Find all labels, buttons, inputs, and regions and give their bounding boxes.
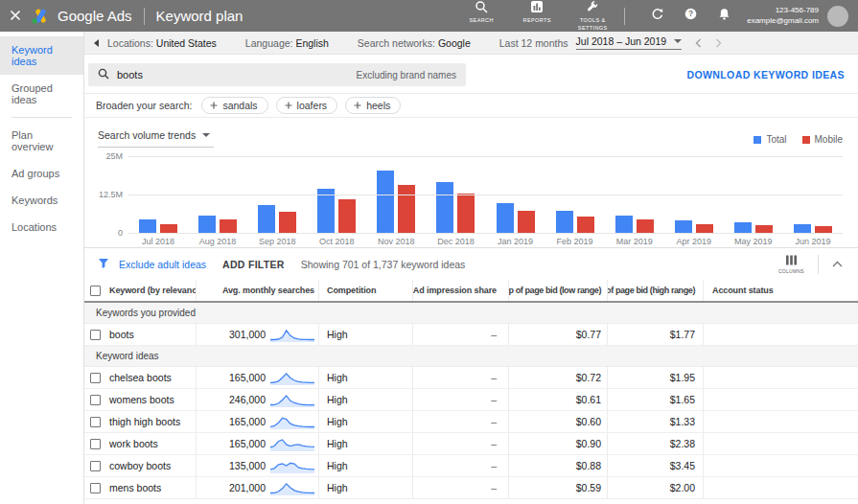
cell-avg-monthly-searches: 246,000 — [196, 389, 318, 410]
sidebar-item-ad-groups[interactable]: Ad groups — [0, 160, 83, 187]
row-checkbox[interactable] — [90, 439, 101, 449]
trend-sparkline — [270, 327, 314, 342]
cell-keyword: boots — [84, 324, 196, 345]
chart-x-label: Dec 2018 — [426, 237, 485, 246]
topbar-nav: SEARCH REPORTS TOOLS & SETTINGS — [461, 0, 613, 31]
avg-searches-value: 165,000 — [229, 416, 266, 427]
notifications-bell-icon[interactable] — [717, 7, 731, 25]
nav-reports-label: REPORTS — [523, 17, 551, 24]
svg-text:?: ? — [688, 9, 693, 18]
keyword-search-input[interactable]: boots Excluding brand names — [88, 63, 466, 86]
cell-account-status — [703, 411, 858, 432]
row-checkbox[interactable] — [90, 395, 101, 405]
collapse-panel-button[interactable] — [84, 39, 107, 47]
chart-type-dropdown[interactable]: Search volume trends — [98, 127, 214, 148]
broaden-chip-sandals[interactable]: sandals — [201, 97, 267, 114]
row-checkbox[interactable] — [90, 330, 101, 340]
header-top-of-page-bid-low[interactable]: Top of page bid (low range) — [508, 280, 607, 301]
cell-ad-impression-share: – — [412, 324, 508, 345]
collapse-chart-button[interactable] — [832, 261, 843, 267]
account-info[interactable]: 123-456-789 example@gmail.com — [747, 6, 819, 26]
cell-avg-monthly-searches: 201,000 — [196, 477, 318, 498]
language-setting[interactable]: Language: English — [245, 37, 329, 49]
networks-setting[interactable]: Search networks: Google — [358, 37, 471, 49]
bar-total — [258, 205, 275, 233]
cell-bid-high: $1.95 — [607, 367, 703, 388]
sidebar-item-keywords[interactable]: Keywords — [0, 187, 83, 214]
select-all-checkbox[interactable] — [90, 286, 101, 296]
section-keywords-you-provided: Keywords you provided — [84, 303, 858, 324]
keyword-plan-app: Google Ads Keyword plan SEARCH REPORTS — [0, 0, 858, 504]
broaden-row: Broaden your search: sandalsloafersheels — [84, 93, 858, 118]
bar-mobile — [577, 217, 594, 233]
search-query-text: boots — [117, 69, 143, 80]
trend-sparkline — [270, 436, 314, 451]
exclude-adult-ideas-filter[interactable]: Exclude adult ideas — [119, 259, 206, 270]
help-icon[interactable]: ? — [684, 7, 698, 25]
cell-competition: High — [318, 477, 412, 498]
sidebar-item-locations[interactable]: Locations — [0, 214, 83, 241]
avatar[interactable] — [827, 6, 848, 27]
language-value: English — [295, 37, 328, 49]
header-ad-impression-share[interactable]: Ad impression share — [412, 280, 508, 301]
header-top-of-page-bid-high[interactable]: Top of page bid (high range) — [607, 280, 703, 301]
row-checkbox[interactable] — [90, 461, 101, 471]
header-account-status[interactable]: Account status — [703, 280, 858, 301]
sidebar-item-grouped-ideas[interactable]: Grouped ideas — [0, 75, 83, 113]
broaden-label: Broaden your search: — [96, 100, 192, 111]
legend-swatch-total — [754, 136, 761, 144]
columns-button[interactable]: COLUMNS — [778, 255, 804, 274]
sidebar-item-keyword-ideas[interactable]: Keyword ideas — [0, 36, 83, 75]
search-qualifier: Excluding brand names — [356, 70, 456, 80]
chart-x-label: Oct 2018 — [307, 237, 366, 246]
chart-x-label: Jan 2019 — [485, 237, 545, 246]
header-keyword[interactable]: Keyword (by relevance) — [84, 280, 196, 301]
locations-setting[interactable]: Locations: United States — [107, 37, 217, 49]
add-filter-button[interactable]: ADD FILTER — [222, 259, 285, 270]
broaden-chip-loafers[interactable]: loafers — [276, 97, 338, 114]
date-range-label: Last 12 months — [499, 37, 568, 49]
keyword-text: work boots — [109, 438, 158, 449]
bar-total — [615, 216, 633, 233]
sidebar: Keyword ideasGrouped ideasPlan overviewA… — [0, 32, 84, 504]
cell-account-status — [703, 433, 858, 454]
cell-competition: High — [318, 389, 412, 410]
chart-x-label: Apr 2019 — [664, 237, 724, 246]
row-checkbox[interactable] — [90, 373, 101, 383]
cell-keyword: womens boots — [84, 389, 196, 410]
bar-mobile — [457, 194, 475, 233]
chart-gridline — [128, 156, 843, 157]
table-row-thigh-high-boots: thigh high boots165,000High–$0.60$1.33 — [84, 411, 858, 433]
cell-ad-impression-share: – — [412, 433, 508, 454]
header-avg-monthly-searches[interactable]: Avg. monthly searches — [196, 280, 318, 301]
bar-total — [675, 220, 692, 233]
broaden-chip-heels[interactable]: heels — [345, 97, 401, 114]
refresh-icon[interactable] — [650, 7, 664, 25]
header-competition[interactable]: Competition — [318, 280, 412, 301]
nav-tools-settings-button[interactable]: TOOLS & SETTINGS — [572, 0, 613, 31]
bar-mobile — [518, 211, 535, 233]
trend-sparkline — [270, 414, 314, 429]
trend-sparkline — [270, 458, 314, 473]
nav-reports-button[interactable]: REPORTS — [517, 0, 557, 24]
columns-icon — [785, 255, 798, 266]
trend-sparkline — [270, 392, 314, 407]
row-checkbox[interactable] — [90, 483, 101, 493]
close-button[interactable] — [0, 8, 31, 25]
cell-ad-impression-share: – — [412, 411, 508, 432]
prev-period-button[interactable] — [695, 38, 702, 48]
search-icon — [98, 66, 109, 83]
filter-funnel-icon — [98, 256, 109, 273]
nav-search-button[interactable]: SEARCH — [461, 0, 501, 24]
download-keyword-ideas-link[interactable]: DOWNLOAD KEYWORD IDEAS — [686, 69, 845, 80]
cell-competition: High — [318, 455, 412, 476]
row-checkbox[interactable] — [90, 417, 101, 427]
section-keyword-ideas: Keyword ideas — [84, 346, 858, 367]
cell-ad-impression-share: – — [412, 477, 508, 498]
date-range-dropdown[interactable]: Jul 2018 – Jun 2019 — [576, 35, 683, 50]
cell-ad-impression-share: – — [412, 389, 508, 410]
sidebar-item-plan-overview[interactable]: Plan overview — [0, 122, 83, 160]
bar-total — [794, 224, 811, 233]
next-period-button[interactable] — [715, 38, 722, 48]
cell-bid-high: $3.45 — [607, 455, 703, 476]
